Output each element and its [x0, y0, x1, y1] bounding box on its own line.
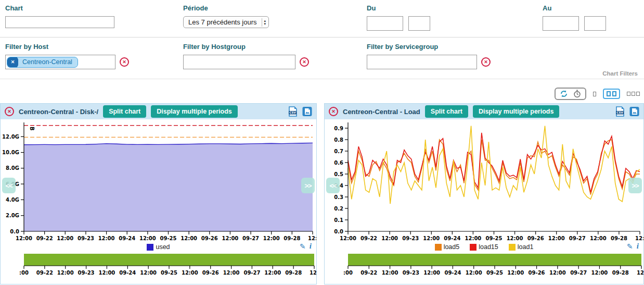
chart-info-icon[interactable]: i: [310, 242, 312, 251]
export-image-icon[interactable]: [302, 106, 312, 117]
svg-text:12.0G: 12.0G: [2, 134, 19, 140]
legend-item-load15[interactable]: load15: [470, 243, 498, 251]
filter-by-host-label: Filter by Host: [5, 43, 183, 51]
svg-text:09-28: 09-28: [611, 236, 627, 240]
svg-text:09-26: 09-26: [202, 270, 219, 276]
svg-text:0.1: 0.1: [334, 217, 343, 223]
two-column-view-icon[interactable]: [603, 89, 620, 99]
load-panel-header: ✕ Centreon-Central - Load Split chart Di…: [325, 104, 643, 119]
svg-text:12:: 12:: [308, 236, 316, 240]
servicegroup-filter-input[interactable]: [367, 55, 477, 69]
legend-swatch: [435, 244, 442, 251]
legend-item-load1[interactable]: load1: [509, 243, 534, 251]
svg-text:09-27: 09-27: [569, 236, 586, 240]
select-stepper-icon: ▴▾: [262, 18, 267, 27]
svg-text:09-22: 09-22: [36, 236, 53, 240]
svg-text:12:00: 12:00: [423, 270, 440, 276]
svg-text:12:00: 12:00: [223, 270, 240, 276]
svg-text:CSV: CSV: [616, 111, 623, 114]
load-timeline-selector[interactable]: :0009-2212:0009-2312:0009-2412:0009-2512…: [325, 254, 643, 277]
svg-text:09-22: 09-22: [360, 270, 377, 276]
svg-text:12:00: 12:00: [222, 236, 239, 240]
svg-text:09-24: 09-24: [119, 270, 136, 276]
au-date-input[interactable]: [543, 16, 579, 31]
disk-chart-title: Centreon-Central - Disk-/: [19, 108, 98, 116]
chart-filters-caption: Chart Filters: [602, 70, 638, 77]
display-multiple-periods-button[interactable]: Display multiple periods: [151, 105, 237, 118]
hostgroup-filter-input[interactable]: [183, 55, 295, 69]
charts-toolbar: [0, 79, 644, 103]
svg-text:12:00: 12:00: [381, 236, 398, 240]
edit-chart-icon[interactable]: ✎: [300, 242, 306, 251]
export-csv-icon[interactable]: CSV: [615, 106, 625, 117]
svg-text:09-27: 09-27: [570, 270, 587, 276]
disk-timeline-selector[interactable]: :0009-2212:0009-2312:0009-2412:0009-2512…: [1, 254, 316, 277]
svg-text:12:00: 12:00: [181, 236, 197, 240]
close-disk-chart-icon[interactable]: ✕: [5, 107, 14, 116]
svg-text::00: :00: [19, 270, 29, 276]
svg-text:0.7: 0.7: [334, 148, 343, 154]
filter-by-servicegroup-label: Filter by Servicegroup: [367, 43, 543, 51]
svg-text:8.0G: 8.0G: [6, 165, 19, 171]
svg-text:09-28: 09-28: [612, 270, 629, 276]
svg-text:09-24: 09-24: [444, 236, 460, 240]
export-image-icon[interactable]: [629, 106, 639, 117]
edit-chart-icon[interactable]: ✎: [627, 242, 633, 251]
refresh-icon[interactable]: [560, 90, 568, 98]
scroll-right-button[interactable]: >>: [301, 178, 315, 193]
svg-text:12:00: 12:00: [548, 236, 565, 240]
split-chart-button[interactable]: Split chart: [425, 105, 468, 118]
svg-text:12:: 12:: [310, 270, 316, 276]
svg-text:0.9: 0.9: [334, 126, 343, 131]
load-chart-panel: ✕ Centreon-Central - Load Split chart Di…: [324, 103, 644, 284]
export-csv-icon[interactable]: CSV: [288, 106, 298, 117]
split-chart-button[interactable]: Split chart: [103, 105, 146, 118]
three-col-square: [627, 92, 630, 96]
svg-text:2.0G: 2.0G: [6, 213, 19, 218]
disk-panel-header: ✕ Centreon-Central - Disk-/ Split chart …: [1, 104, 316, 119]
svg-text:0.3: 0.3: [334, 194, 343, 200]
periode-select[interactable]: Les 7 précédents jours ▴▾: [183, 16, 269, 28]
scroll-left-button[interactable]: <<: [326, 178, 340, 193]
refresh-controls-group: [555, 88, 586, 100]
du-date-input[interactable]: [367, 16, 403, 31]
three-col-square: [632, 92, 635, 96]
au-field-label: Au: [543, 4, 639, 12]
scroll-right-button[interactable]: >>: [628, 178, 642, 193]
clear-hostgroup-filter-icon[interactable]: ✕: [300, 57, 309, 67]
svg-text:12:00: 12:00: [57, 236, 73, 240]
svg-text:4.0G: 4.0G: [6, 197, 19, 203]
svg-text:12:00: 12:00: [590, 236, 607, 240]
legend-item-load5[interactable]: load5: [435, 243, 460, 251]
two-col-square: [612, 91, 616, 96]
svg-text:10.0G: 10.0G: [2, 150, 19, 155]
chart-search-input[interactable]: [5, 16, 114, 28]
svg-text:12:00: 12:00: [340, 236, 356, 240]
remove-host-tag-icon[interactable]: ✕: [7, 57, 18, 68]
svg-text:09-28: 09-28: [284, 236, 300, 240]
load-chart-svg: 0.00.10.20.30.40.50.60.70.80.912:0009-22…: [325, 119, 643, 240]
close-load-chart-icon[interactable]: ✕: [329, 107, 338, 116]
chart-info-icon[interactable]: i: [637, 242, 639, 251]
svg-text:12:: 12:: [635, 236, 643, 240]
svg-text:09-26: 09-26: [529, 270, 545, 276]
svg-text:09-23: 09-23: [78, 270, 95, 276]
display-multiple-periods-button[interactable]: Display multiple periods: [473, 105, 559, 118]
au-time-input[interactable]: [584, 16, 606, 31]
one-column-view-icon[interactable]: [593, 92, 596, 96]
clear-servicegroup-filter-icon[interactable]: ✕: [481, 57, 491, 67]
svg-text:12:00: 12:00: [16, 236, 32, 240]
timer-icon[interactable]: [573, 90, 581, 98]
host-tag: ✕ Centreon-Central: [7, 57, 78, 68]
three-column-view-icon[interactable]: [627, 92, 640, 96]
scroll-left-button[interactable]: <<: [2, 178, 16, 193]
legend-item-used[interactable]: used: [147, 243, 170, 251]
svg-text:12:00: 12:00: [466, 270, 482, 276]
svg-text:0.5: 0.5: [334, 171, 343, 177]
svg-text:09-23: 09-23: [402, 236, 419, 240]
du-time-input[interactable]: [408, 16, 430, 31]
svg-text:12:00: 12:00: [264, 270, 281, 276]
host-filter-input[interactable]: ✕ Centreon-Central: [5, 55, 115, 69]
clear-host-filter-icon[interactable]: ✕: [120, 57, 129, 67]
three-col-square: [636, 92, 640, 96]
